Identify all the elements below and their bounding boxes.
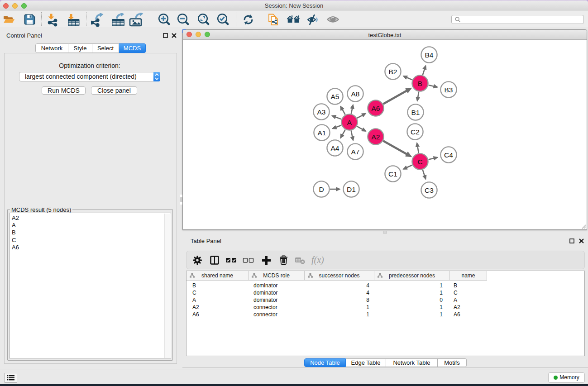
svg-text:A3: A3 [317,108,326,116]
svg-text:A2: A2 [372,133,380,141]
svg-text:C2: C2 [411,128,420,136]
svg-text:B: B [418,80,422,87]
svg-text:B4: B4 [425,51,434,59]
svg-text:D1: D1 [347,186,356,193]
svg-text:A6: A6 [372,105,380,112]
svg-text:A8: A8 [351,90,360,98]
svg-text:A1: A1 [318,129,326,137]
svg-text:A7: A7 [351,148,360,156]
svg-text:A4: A4 [331,144,339,152]
svg-text:C1: C1 [388,170,397,178]
svg-text:C: C [417,158,422,166]
svg-text:B2: B2 [389,68,397,76]
svg-text:D: D [319,186,324,193]
svg-text:B3: B3 [445,86,453,94]
svg-text:C4: C4 [444,151,453,159]
svg-text:A: A [347,119,352,126]
svg-text:C3: C3 [425,186,434,194]
svg-text:B1: B1 [411,109,420,116]
svg-text:A5: A5 [331,93,339,100]
